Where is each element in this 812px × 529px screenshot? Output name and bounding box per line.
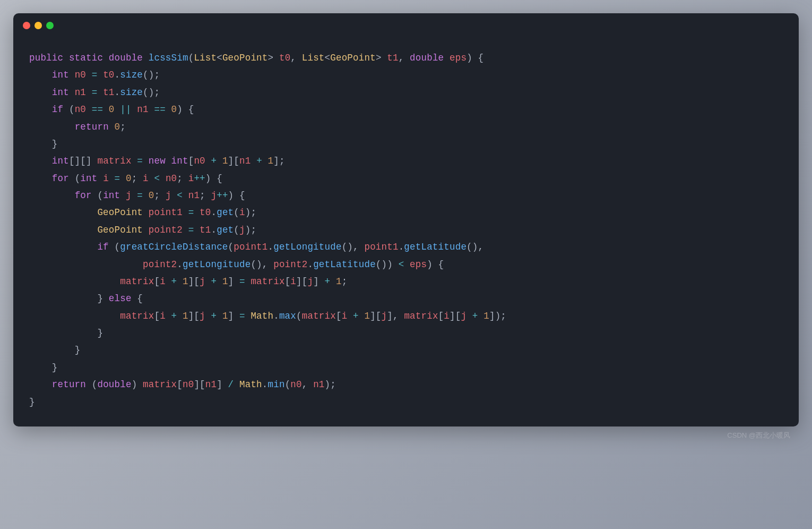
- number: 0: [126, 173, 132, 184]
- var: matrix: [120, 276, 154, 287]
- var: n1: [137, 104, 148, 115]
- minimize-icon[interactable]: [34, 22, 42, 29]
- param: t0: [279, 53, 290, 63]
- var: matrix: [97, 156, 131, 166]
- method: size: [120, 87, 143, 98]
- var: n0: [290, 379, 301, 390]
- param: eps: [450, 53, 467, 63]
- var: i: [188, 173, 194, 184]
- keyword: new: [149, 156, 166, 166]
- number: 1: [222, 276, 228, 287]
- keyword: for: [75, 190, 92, 201]
- var: matrix: [120, 311, 154, 321]
- number: 0: [115, 122, 120, 132]
- method: get: [217, 207, 234, 218]
- number: 1: [364, 311, 370, 321]
- class: Math: [250, 311, 273, 321]
- keyword: return: [75, 122, 109, 132]
- var: j: [166, 190, 171, 201]
- watermark: CSDN @西北小暖风: [13, 426, 799, 440]
- method: getLongitude: [183, 259, 250, 270]
- keyword: int: [52, 156, 69, 166]
- method: size: [120, 70, 143, 80]
- number: 1: [268, 156, 274, 166]
- number: 1: [222, 156, 228, 166]
- keyword: double: [410, 53, 444, 63]
- method: max: [279, 311, 296, 321]
- var: n1: [313, 379, 324, 390]
- class: GeoPoint: [97, 225, 143, 235]
- function-name: lcssSim: [149, 53, 188, 63]
- var: j: [307, 276, 313, 287]
- number: 0: [171, 104, 177, 115]
- keyword: if: [97, 242, 108, 252]
- var: eps: [410, 259, 427, 270]
- method: get: [217, 225, 234, 235]
- var: point2: [149, 225, 183, 235]
- var: n1: [188, 190, 200, 201]
- keyword: return: [52, 379, 86, 390]
- var: t0: [103, 70, 114, 80]
- function-call: greatCircleDistance: [120, 242, 228, 252]
- close-icon[interactable]: [23, 22, 30, 29]
- var: matrix: [404, 311, 438, 321]
- var: t0: [200, 207, 211, 218]
- var: i: [160, 276, 166, 287]
- var: i: [444, 311, 450, 321]
- var: matrix: [302, 311, 336, 321]
- var: t1: [103, 87, 114, 98]
- var: matrix: [250, 276, 284, 287]
- var: n0: [183, 379, 194, 390]
- param: t1: [387, 53, 398, 63]
- keyword: int: [171, 156, 188, 166]
- maximize-icon[interactable]: [46, 22, 54, 29]
- method: getLongitude: [273, 242, 341, 252]
- class: List: [194, 53, 217, 63]
- keyword: double: [97, 379, 131, 390]
- keyword: static: [69, 53, 103, 63]
- keyword: public: [29, 53, 63, 63]
- var: j: [200, 276, 205, 287]
- code-block: public static double lcssSim(List<GeoPoi…: [13, 33, 799, 426]
- var: n0: [166, 173, 177, 184]
- keyword: else: [109, 293, 132, 304]
- keyword: for: [52, 173, 69, 184]
- class: List: [302, 53, 325, 63]
- var: i: [239, 207, 245, 218]
- var: point1: [364, 242, 398, 252]
- var: t1: [200, 225, 211, 235]
- var: n1: [75, 87, 86, 98]
- var: point2: [273, 259, 307, 270]
- var: n1: [239, 156, 250, 166]
- var: n1: [205, 379, 217, 390]
- number: 1: [183, 276, 188, 287]
- var: point2: [143, 259, 177, 270]
- var: i: [290, 276, 296, 287]
- keyword: int: [103, 190, 120, 201]
- class: Math: [239, 379, 262, 390]
- number: 1: [483, 311, 489, 321]
- var: matrix: [143, 379, 177, 390]
- keyword: if: [52, 104, 63, 115]
- class: GeoPoint: [330, 53, 376, 63]
- number: 0: [149, 190, 154, 201]
- var: i: [342, 311, 348, 321]
- keyword: int: [52, 87, 69, 98]
- var: j: [126, 190, 132, 201]
- number: 1: [183, 311, 188, 321]
- var: n0: [75, 104, 86, 115]
- var: n0: [194, 156, 205, 166]
- class: GeoPoint: [222, 53, 268, 63]
- var: i: [160, 311, 166, 321]
- number: 1: [336, 276, 342, 287]
- code-window: public static double lcssSim(List<GeoPoi…: [13, 13, 799, 426]
- var: j: [239, 225, 245, 235]
- number: 0: [109, 104, 115, 115]
- var: point1: [234, 242, 267, 252]
- window-titlebar: [13, 13, 799, 33]
- method: min: [268, 379, 285, 390]
- class: GeoPoint: [97, 207, 143, 218]
- keyword: double: [109, 53, 143, 63]
- var: i: [143, 173, 149, 184]
- keyword: int: [52, 70, 69, 80]
